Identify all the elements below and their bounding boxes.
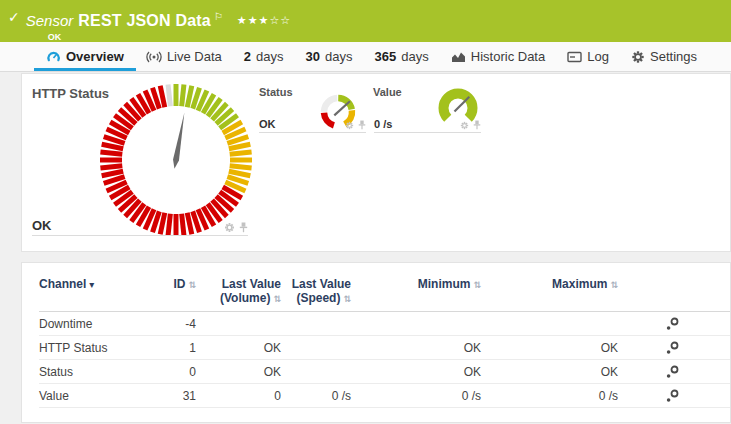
channel-id: 0 [171, 360, 196, 384]
column-header-id[interactable]: ID⇅ [171, 263, 196, 312]
tab-2-days[interactable]: 2 days [244, 42, 284, 71]
gauge-pin-icon[interactable] [358, 120, 366, 130]
tab-overview[interactable]: Overview [46, 42, 124, 71]
log-icon [567, 51, 582, 63]
channel-name[interactable]: Downtime [39, 312, 171, 336]
table-row: Value 31 0 0 /s 0 /s 0 /s [39, 384, 731, 408]
channel-last-value-volume: OK [196, 336, 281, 360]
gauge-icon [46, 50, 61, 63]
channel-last-value-volume: 0 [196, 384, 281, 408]
gauge-settings-gear-icon[interactable] [345, 121, 354, 130]
gauge-footer-status: OK [259, 118, 366, 133]
channel-settings-icon[interactable] [666, 365, 679, 379]
gauge-settings-gear-icon[interactable] [224, 222, 235, 233]
tab-30-days[interactable]: 30 days [306, 42, 353, 71]
channel-last-value-volume: OK [196, 360, 281, 384]
channel-maximum: OK [481, 336, 618, 360]
status-badge: OK [48, 32, 291, 42]
column-header-maximum[interactable]: Maximum⇅ [481, 263, 618, 312]
channel-id: 31 [171, 384, 196, 408]
flag-icon[interactable]: ⚐ [214, 11, 223, 22]
column-header-channel[interactable]: Channel▾ [39, 263, 171, 312]
page-title: REST JSON Data [78, 12, 211, 29]
channel-table: Channel▾ ID⇅ Last Value (Volume)⇅ Last V… [39, 263, 731, 408]
gauge-pin-icon[interactable] [473, 120, 481, 130]
channel-maximum: 0 /s [481, 384, 618, 408]
broadcast-icon [146, 51, 162, 63]
channel-minimum: OK [351, 336, 481, 360]
sort-icon: ⇅ [473, 280, 481, 290]
gauge-pin-icon[interactable] [239, 222, 248, 233]
stars-empty: ☆☆ [269, 14, 291, 26]
tab-historic-data[interactable]: Historic Data [451, 42, 545, 71]
sensor-kind-label: Sensor [26, 12, 74, 29]
tab-365-days[interactable]: 365 days [375, 42, 429, 71]
gauge-title-value: Value [373, 86, 402, 98]
channel-name[interactable]: Value [39, 384, 171, 408]
tab-log[interactable]: Log [567, 42, 609, 71]
table-row: Downtime -4 [39, 312, 731, 336]
channel-table-panel: Channel▾ ID⇅ Last Value (Volume)⇅ Last V… [21, 262, 731, 423]
channel-settings-icon[interactable] [666, 317, 679, 331]
gauge-footer-value: 0 /s [374, 118, 481, 133]
gauge-value-http-status: OK [32, 218, 52, 233]
sort-icon: ⇅ [188, 280, 196, 290]
channel-id: -4 [171, 312, 196, 336]
channel-settings-icon[interactable] [666, 341, 679, 355]
stars-filled: ★★★ [237, 14, 270, 26]
table-row: Status 0 OK OK OK [39, 360, 731, 384]
channel-name[interactable]: Status [39, 360, 171, 384]
tab-bar: Overview Live Data 2 days 30 days 365 da… [0, 42, 731, 72]
channel-settings-icon[interactable] [666, 389, 679, 403]
channel-id: 1 [171, 336, 196, 360]
overview-panel: HTTP Status OK Status OK Value 0 /s [21, 73, 731, 252]
gauge-value-status: OK [259, 118, 276, 130]
table-row: HTTP Status 1 OK OK OK [39, 336, 731, 360]
gauge-title-status: Status [259, 86, 293, 98]
sort-icon: ⇅ [343, 294, 351, 304]
status-check-icon: ✓ [8, 9, 20, 25]
priority-stars[interactable]: ★★★☆☆ [237, 14, 291, 26]
column-header-minimum[interactable]: Minimum⇅ [351, 263, 481, 312]
channel-name[interactable]: HTTP Status [39, 336, 171, 360]
gauge-settings-gear-icon[interactable] [460, 121, 469, 130]
sort-icon: ⇅ [610, 280, 618, 290]
sensor-header: ✓ SensorREST JSON Data⚐★★★☆☆ OK [0, 0, 731, 42]
channel-last-value-volume [196, 312, 281, 336]
channel-minimum: 0 /s [351, 384, 481, 408]
tab-settings[interactable]: Settings [631, 42, 697, 71]
channel-maximum [481, 312, 618, 336]
channel-minimum [351, 312, 481, 336]
gauge-footer-http-status: OK [32, 218, 248, 236]
table-header-row: Channel▾ ID⇅ Last Value (Volume)⇅ Last V… [39, 263, 731, 312]
sort-icon: ⇅ [273, 294, 281, 304]
tab-live-data[interactable]: Live Data [146, 42, 222, 71]
chart-icon [451, 50, 466, 63]
channel-last-value-speed [281, 336, 351, 360]
column-header-last-value-speed[interactable]: Last Value (Speed)⇅ [281, 263, 351, 312]
sort-desc-icon: ▾ [89, 279, 94, 290]
channel-last-value-speed [281, 312, 351, 336]
active-tab-underline [34, 68, 136, 71]
gauge-value-value: 0 /s [374, 118, 392, 130]
channel-maximum: OK [481, 360, 618, 384]
column-header-last-value-volume[interactable]: Last Value (Volume)⇅ [196, 263, 281, 312]
channel-minimum: OK [351, 360, 481, 384]
gear-icon [631, 50, 645, 64]
channel-last-value-speed: 0 /s [281, 384, 351, 408]
channel-last-value-speed [281, 360, 351, 384]
